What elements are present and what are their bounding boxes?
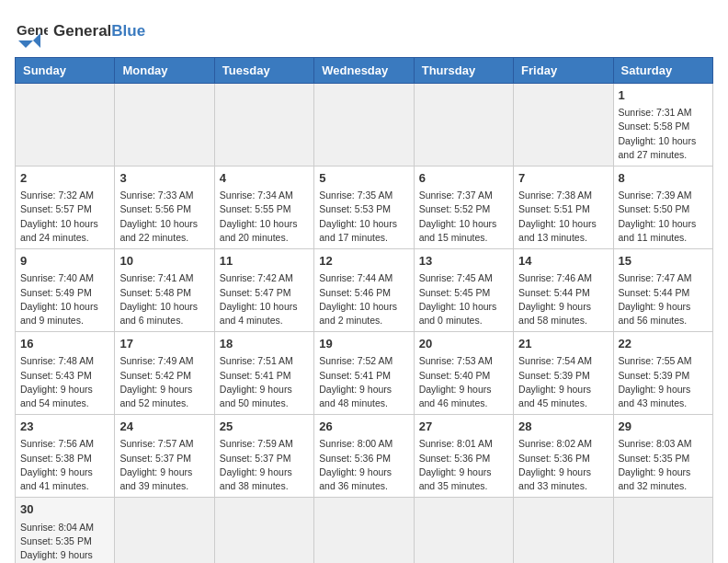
- day-number: 13: [419, 253, 508, 270]
- calendar-cell: [115, 84, 214, 167]
- calendar-cell: 20Sunrise: 7:53 AM Sunset: 5:40 PM Dayli…: [414, 332, 513, 415]
- calendar-header-saturday: Saturday: [613, 58, 712, 84]
- calendar-cell: 25Sunrise: 7:59 AM Sunset: 5:37 PM Dayli…: [214, 415, 313, 498]
- calendar-cell: [16, 84, 115, 167]
- day-info: Sunrise: 7:41 AM Sunset: 5:48 PM Dayligh…: [119, 271, 209, 327]
- day-number: 16: [20, 336, 109, 352]
- calendar-cell: 10Sunrise: 7:41 AM Sunset: 5:48 PM Dayli…: [115, 249, 214, 332]
- day-info: Sunrise: 7:47 AM Sunset: 5:44 PM Dayligh…: [619, 271, 708, 327]
- calendar-cell: [414, 84, 513, 167]
- day-number: 1: [619, 87, 708, 104]
- day-info: Sunrise: 7:40 AM Sunset: 5:49 PM Dayligh…: [20, 271, 109, 327]
- logo-text: GeneralBlue: [53, 22, 145, 40]
- calendar-cell: 2Sunrise: 7:32 AM Sunset: 5:57 PM Daylig…: [16, 167, 115, 249]
- calendar-cell: 30Sunrise: 8:04 AM Sunset: 5:35 PM Dayli…: [16, 498, 115, 563]
- day-number: 30: [20, 501, 109, 518]
- calendar-cell: [214, 84, 313, 167]
- calendar-cell: [115, 498, 214, 563]
- calendar-cell: [514, 84, 613, 167]
- day-number: 8: [619, 170, 708, 187]
- day-number: 27: [419, 419, 508, 435]
- calendar-cell: 5Sunrise: 7:35 AM Sunset: 5:53 PM Daylig…: [314, 167, 414, 249]
- day-number: 12: [319, 253, 408, 270]
- calendar-cell: [613, 498, 712, 563]
- calendar-header-thursday: Thursday: [414, 58, 513, 84]
- calendar-cell: 18Sunrise: 7:51 AM Sunset: 5:41 PM Dayli…: [214, 332, 313, 415]
- calendar-cell: 19Sunrise: 7:52 AM Sunset: 5:41 PM Dayli…: [314, 332, 414, 415]
- calendar-cell: 28Sunrise: 8:02 AM Sunset: 5:36 PM Dayli…: [514, 415, 613, 498]
- calendar-cell: [314, 84, 414, 167]
- logo: General GeneralBlue: [15, 15, 145, 48]
- day-info: Sunrise: 7:46 AM Sunset: 5:44 PM Dayligh…: [518, 271, 608, 327]
- calendar-cell: 1Sunrise: 7:31 AM Sunset: 5:58 PM Daylig…: [613, 84, 712, 167]
- calendar-header-sunday: Sunday: [16, 58, 115, 84]
- page-header: General GeneralBlue: [15, 15, 713, 48]
- calendar-cell: 14Sunrise: 7:46 AM Sunset: 5:44 PM Dayli…: [514, 249, 613, 332]
- day-number: 18: [220, 336, 309, 352]
- calendar-cell: 12Sunrise: 7:44 AM Sunset: 5:46 PM Dayli…: [314, 249, 414, 332]
- logo-icon: General: [15, 15, 48, 48]
- day-info: Sunrise: 7:34 AM Sunset: 5:55 PM Dayligh…: [220, 189, 309, 245]
- calendar-cell: 6Sunrise: 7:37 AM Sunset: 5:52 PM Daylig…: [414, 167, 513, 249]
- day-info: Sunrise: 8:01 AM Sunset: 5:36 PM Dayligh…: [419, 437, 508, 493]
- day-number: 19: [319, 336, 408, 352]
- day-number: 23: [20, 419, 109, 435]
- day-info: Sunrise: 8:03 AM Sunset: 5:35 PM Dayligh…: [619, 437, 708, 493]
- calendar-cell: 7Sunrise: 7:38 AM Sunset: 5:51 PM Daylig…: [514, 167, 613, 249]
- day-info: Sunrise: 7:39 AM Sunset: 5:50 PM Dayligh…: [619, 189, 708, 245]
- calendar-cell: 16Sunrise: 7:48 AM Sunset: 5:43 PM Dayli…: [16, 332, 115, 415]
- day-number: 28: [518, 419, 608, 435]
- calendar-cell: 15Sunrise: 7:47 AM Sunset: 5:44 PM Dayli…: [613, 249, 712, 332]
- day-info: Sunrise: 7:32 AM Sunset: 5:57 PM Dayligh…: [20, 189, 109, 245]
- day-info: Sunrise: 7:52 AM Sunset: 5:41 PM Dayligh…: [319, 354, 408, 410]
- calendar-cell: 23Sunrise: 7:56 AM Sunset: 5:38 PM Dayli…: [16, 415, 115, 498]
- day-info: Sunrise: 7:44 AM Sunset: 5:46 PM Dayligh…: [319, 271, 408, 327]
- day-number: 3: [119, 170, 209, 187]
- day-info: Sunrise: 7:42 AM Sunset: 5:47 PM Dayligh…: [220, 271, 309, 327]
- day-number: 26: [319, 419, 408, 435]
- day-number: 15: [619, 253, 708, 270]
- day-info: Sunrise: 7:37 AM Sunset: 5:52 PM Dayligh…: [419, 189, 508, 245]
- day-number: 2: [20, 170, 109, 187]
- calendar-cell: 11Sunrise: 7:42 AM Sunset: 5:47 PM Dayli…: [214, 249, 313, 332]
- calendar-cell: 24Sunrise: 7:57 AM Sunset: 5:37 PM Dayli…: [115, 415, 214, 498]
- day-number: 20: [419, 336, 508, 352]
- day-info: Sunrise: 7:49 AM Sunset: 5:42 PM Dayligh…: [119, 354, 209, 410]
- day-number: 9: [20, 253, 109, 270]
- day-info: Sunrise: 7:55 AM Sunset: 5:39 PM Dayligh…: [619, 354, 708, 410]
- day-info: Sunrise: 7:59 AM Sunset: 5:37 PM Dayligh…: [220, 437, 309, 493]
- day-number: 17: [119, 336, 209, 352]
- day-info: Sunrise: 7:31 AM Sunset: 5:58 PM Dayligh…: [619, 106, 708, 162]
- svg-text:General: General: [17, 22, 48, 38]
- day-number: 29: [619, 419, 708, 435]
- day-info: Sunrise: 7:56 AM Sunset: 5:38 PM Dayligh…: [20, 437, 109, 493]
- day-info: Sunrise: 8:02 AM Sunset: 5:36 PM Dayligh…: [518, 437, 608, 493]
- day-info: Sunrise: 7:33 AM Sunset: 5:56 PM Dayligh…: [119, 189, 209, 245]
- day-number: 10: [119, 253, 209, 270]
- day-info: Sunrise: 7:38 AM Sunset: 5:51 PM Dayligh…: [518, 189, 608, 245]
- calendar: SundayMondayTuesdayWednesdayThursdayFrid…: [15, 57, 713, 563]
- day-number: 11: [220, 253, 309, 270]
- day-info: Sunrise: 7:51 AM Sunset: 5:41 PM Dayligh…: [220, 354, 309, 410]
- calendar-cell: 13Sunrise: 7:45 AM Sunset: 5:45 PM Dayli…: [414, 249, 513, 332]
- day-number: 21: [518, 336, 608, 352]
- calendar-cell: 4Sunrise: 7:34 AM Sunset: 5:55 PM Daylig…: [214, 167, 313, 249]
- calendar-cell: 8Sunrise: 7:39 AM Sunset: 5:50 PM Daylig…: [613, 167, 712, 249]
- day-number: 24: [119, 419, 209, 435]
- day-info: Sunrise: 7:57 AM Sunset: 5:37 PM Dayligh…: [119, 437, 209, 493]
- day-info: Sunrise: 8:00 AM Sunset: 5:36 PM Dayligh…: [319, 437, 408, 493]
- calendar-cell: 27Sunrise: 8:01 AM Sunset: 5:36 PM Dayli…: [414, 415, 513, 498]
- calendar-header-wednesday: Wednesday: [314, 58, 414, 84]
- calendar-cell: 3Sunrise: 7:33 AM Sunset: 5:56 PM Daylig…: [115, 167, 214, 249]
- calendar-header-row: SundayMondayTuesdayWednesdayThursdayFrid…: [16, 58, 713, 84]
- calendar-cell: [414, 498, 513, 563]
- day-number: 14: [518, 253, 608, 270]
- calendar-header-monday: Monday: [115, 58, 214, 84]
- day-info: Sunrise: 7:48 AM Sunset: 5:43 PM Dayligh…: [20, 354, 109, 410]
- day-number: 6: [419, 170, 508, 187]
- day-info: Sunrise: 7:54 AM Sunset: 5:39 PM Dayligh…: [518, 354, 608, 410]
- calendar-cell: 17Sunrise: 7:49 AM Sunset: 5:42 PM Dayli…: [115, 332, 214, 415]
- calendar-cell: 9Sunrise: 7:40 AM Sunset: 5:49 PM Daylig…: [16, 249, 115, 332]
- day-number: 5: [319, 170, 408, 187]
- day-number: 22: [619, 336, 708, 352]
